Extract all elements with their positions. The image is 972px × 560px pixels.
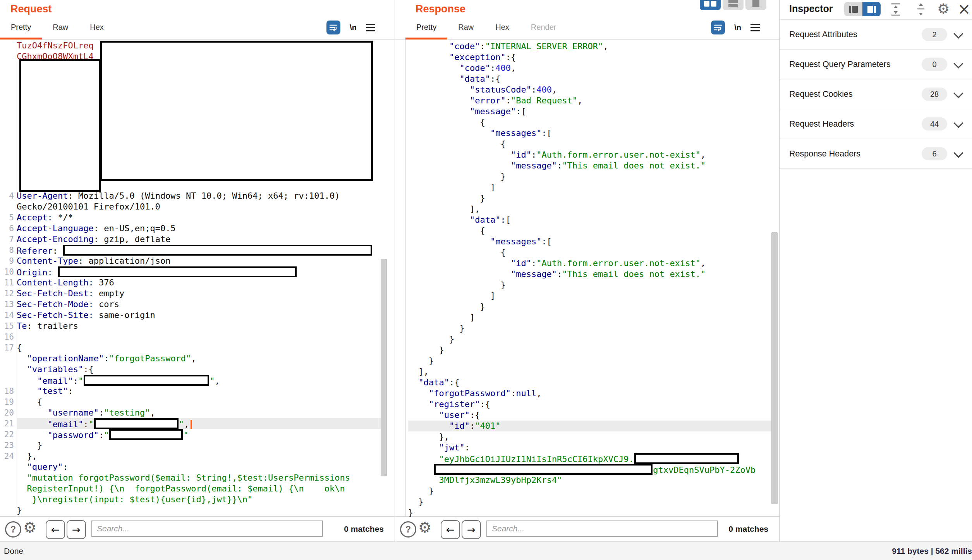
code-line: 20 "username":"testing", [0,407,381,418]
inspector-section-request-cookies[interactable]: Request Cookies28 [780,79,972,109]
search-settings-icon[interactable]: ⚙ [418,519,431,536]
section-label: Request Query Parameters [789,60,891,69]
section-label: Request Attributes [789,30,857,40]
tab-raw[interactable]: Raw [447,15,484,39]
help-icon[interactable]: ? [400,521,416,538]
redaction-box [100,41,373,181]
request-search-bar: ? ⚙ ← → 0 matches [0,516,395,541]
tab-pretty[interactable]: Pretty [405,15,447,39]
inspector-panel: Inspector ⚙ × Request [780,0,972,541]
code-line: "id":"Auth.form.error.user.not-exist", [408,258,772,269]
inspector-settings-icon[interactable]: ⚙ [937,1,950,17]
code-line: } [408,486,772,496]
layout-columns-button[interactable] [700,0,721,10]
code-line: "message":"This email does not exist." [408,160,772,171]
dock-icon [867,6,873,13]
line-number [0,353,17,364]
previous-match-button[interactable]: ← [46,520,65,539]
inspector-dock-right-button[interactable] [862,2,881,16]
code-line: 19 { [0,397,381,407]
code-line: "jwt": [408,442,772,453]
previous-match-button[interactable]: ← [441,520,460,539]
inspector-dock-left-button[interactable] [844,2,862,16]
show-newlines-button[interactable]: \n [350,23,357,32]
code-line: Gecko/20100101 Firefox/101.0 [0,201,381,212]
code-line: 15Te: trailers [0,321,381,332]
soft-wrap-icon [713,23,723,32]
chevron-down-icon[interactable] [953,118,963,128]
chevron-down-icon[interactable] [953,88,963,98]
burp-repeater-view: Request PrettyRawHex \n TuzO4fNszFOLreqC… [0,0,972,560]
count-badge: 6 [922,147,947,160]
request-search-input[interactable] [91,520,323,537]
code-line: } [408,171,772,182]
next-match-button[interactable]: → [462,520,481,539]
editor-menu-button[interactable] [750,24,760,31]
response-metrics: 911 bytes | 562 millis [892,542,972,560]
request-pane: Request PrettyRawHex \n TuzO4fNszFOLreqC… [0,0,395,541]
response-scrollbar[interactable] [771,232,778,504]
line-number: 20 [0,407,17,418]
code-line: "messages":[ [408,236,772,247]
code-line: } [408,280,772,290]
code-line: { [408,225,772,236]
line-number: 10 [0,266,17,277]
response-tabs: PrettyRawHexRender [405,15,567,39]
line-number [0,375,17,386]
redaction-box [109,429,183,440]
code-line: 12Sec-Fetch-Dest: empty [0,288,381,299]
code-line: 11Content-Length: 376 [0,277,381,288]
tab-raw[interactable]: Raw [42,15,79,39]
code-line: ], [408,366,772,377]
line-number: 11 [0,277,17,288]
inspector-section-request-query-parameters[interactable]: Request Query Parameters0 [780,50,972,79]
expand-all-icon[interactable] [915,2,927,16]
response-code: "code":"INTERNAL_SERVER_ERROR", "excepti… [408,41,772,517]
inspector-section-request-headers[interactable]: Request Headers44 [780,109,972,139]
soft-wrap-button[interactable] [326,21,340,34]
soft-wrap-button[interactable] [711,21,725,34]
collapse-all-icon[interactable] [890,2,902,16]
tab-hex[interactable]: Hex [79,15,115,39]
line-number: 22 [0,429,17,440]
layout-single-button[interactable] [745,0,766,10]
layout-rows-button[interactable] [723,0,744,10]
chevron-down-icon[interactable] [953,58,963,68]
redaction-box [84,375,209,386]
code-line: "id":"Auth.form.error.user.not-exist", [408,149,772,160]
line-number [0,494,17,505]
code-line: } [408,193,772,204]
inspector-close-icon[interactable]: × [958,0,971,18]
show-newlines-button[interactable]: \n [734,23,741,32]
code-line: "error":"Bad Request", [408,95,772,106]
request-match-count: 0 matches [344,517,384,541]
tab-hex[interactable]: Hex [484,15,520,39]
status-bar: Done 911 bytes | 562 millis [0,541,972,560]
dock-icon [874,6,876,13]
inspector-section-request-attributes[interactable]: Request Attributes2 [780,20,972,49]
redaction-box [63,245,372,256]
tab-render[interactable]: Render [520,15,567,39]
help-icon[interactable]: ? [5,521,21,538]
request-editor[interactable]: TuzO4fNszFOLreqCGhxmOoQ8WXmtL4 4User-Age… [0,40,387,517]
response-editor[interactable]: "code":"INTERNAL_SERVER_ERROR", "excepti… [405,40,778,517]
next-match-button[interactable]: → [67,520,86,539]
inspector-section-response-headers[interactable]: Response Headers6 [780,139,972,168]
search-settings-icon[interactable]: ⚙ [23,519,36,536]
line-number: 13 [0,299,17,310]
request-scrollbar[interactable] [381,259,387,476]
chevron-down-icon[interactable] [953,29,963,38]
divider [780,168,972,169]
code-line: "statusCode":400, [408,84,772,95]
status-message: Done [4,542,23,560]
editor-menu-button[interactable] [366,24,375,31]
inspector-layout-toggle [844,2,881,16]
chevron-down-icon[interactable] [953,148,963,158]
code-line: 13Sec-Fetch-Mode: cors [0,299,381,310]
line-number: 7 [0,234,17,245]
response-search-input[interactable] [486,520,718,537]
code-line: "message":[ [408,106,772,117]
line-number: 23 [0,440,17,451]
tab-pretty[interactable]: Pretty [0,15,42,39]
code-line: ], [408,204,772,215]
